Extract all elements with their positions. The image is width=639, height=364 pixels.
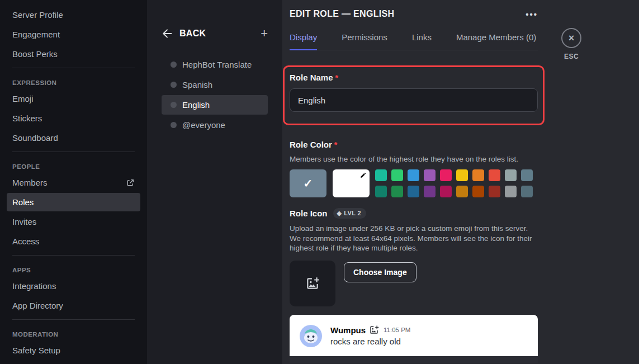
sidebar-divider: [12, 319, 135, 320]
color-swatch[interactable]: [489, 186, 500, 197]
role-preview-card: Wumpus 11:05 PM rocks are really old: [290, 315, 538, 363]
role-list-item-spanish[interactable]: Spanish: [162, 75, 268, 94]
sidebar-item-label: Access: [12, 237, 39, 246]
color-swatch[interactable]: [521, 186, 533, 197]
sidebar-item-roles[interactable]: Roles: [7, 193, 140, 211]
role-icon-upload-box[interactable]: [290, 261, 335, 306]
color-swatch[interactable]: [391, 186, 403, 197]
color-swatch[interactable]: [424, 186, 436, 197]
role-editor: EDIT ROLE — ENGLISH ••• Display Permissi…: [282, 0, 639, 364]
back-arrow-icon[interactable]: [162, 28, 173, 39]
sidebar-section-moderation: MODERATION: [7, 324, 140, 341]
sidebar-item-label: Roles: [12, 197, 34, 207]
sidebar-item-label: Engagement: [12, 30, 60, 39]
sidebar-divider: [12, 255, 135, 256]
esc-label: ESC: [564, 53, 579, 60]
close-button[interactable]: ×: [561, 28, 581, 48]
sidebar-item-emoji[interactable]: Emoji: [7, 89, 140, 108]
close-icon: ×: [569, 32, 575, 44]
preview-message: rocks are really old: [330, 337, 410, 346]
role-icon-label: Role Icon: [290, 209, 328, 218]
color-swatch[interactable]: [375, 186, 387, 197]
image-add-icon: [305, 276, 320, 291]
esc-control: × ESC: [561, 28, 581, 60]
color-swatch[interactable]: [391, 169, 403, 181]
tab-links[interactable]: Links: [412, 32, 432, 50]
color-picker: ✓: [290, 169, 538, 197]
sidebar-item-stickers[interactable]: Stickers: [7, 109, 140, 127]
role-icon-section: Role Icon ◈ LVL 2 Upload an image under …: [290, 208, 538, 306]
page-title: EDIT ROLE — ENGLISH: [290, 9, 394, 19]
color-swatch[interactable]: [505, 169, 517, 181]
role-color-dot: [171, 62, 177, 68]
wumpus-avatar: [300, 325, 322, 347]
color-swatch[interactable]: [408, 186, 419, 197]
custom-color-button[interactable]: [333, 169, 370, 197]
sidebar-section-expression: EXPRESSION: [7, 73, 140, 89]
color-swatch[interactable]: [456, 186, 468, 197]
sidebar-item-audit-log[interactable]: Audit Log: [7, 361, 140, 364]
more-options-icon[interactable]: •••: [526, 10, 538, 19]
boost-gem-icon: ◈: [337, 210, 342, 217]
settings-sidebar: Server Profile Engagement Boost Perks EX…: [0, 0, 147, 364]
check-icon: ✓: [304, 177, 313, 190]
sidebar-item-integrations[interactable]: Integrations: [7, 277, 140, 295]
sidebar-section-apps: APPS: [7, 260, 140, 277]
sidebar-item-label: Members: [12, 178, 48, 187]
role-color-section: Role Color * Members use the color of th…: [290, 140, 538, 197]
sidebar-item-soundboard[interactable]: Soundboard: [7, 129, 140, 147]
selected-color-swatch[interactable]: ✓: [290, 169, 326, 197]
role-name-input[interactable]: [290, 88, 538, 112]
sidebar-item-label: Emoji: [12, 94, 34, 103]
sidebar-item-server-profile[interactable]: Server Profile: [7, 6, 140, 24]
color-swatch[interactable]: [424, 169, 436, 181]
preview-username: Wumpus: [330, 325, 366, 335]
role-list-item-english[interactable]: English: [162, 95, 268, 115]
sidebar-section-people: PEOPLE: [7, 157, 140, 173]
sidebar-item-label: Safety Setup: [12, 346, 60, 355]
role-icon-preview: [369, 325, 379, 335]
tab-permissions[interactable]: Permissions: [342, 32, 387, 50]
role-name: HephBot Translate: [182, 60, 252, 69]
sidebar-item-members[interactable]: Members: [7, 173, 140, 192]
sidebar-item-label: Invites: [12, 217, 36, 226]
tab-manage-members[interactable]: Manage Members (0): [456, 32, 536, 50]
server-settings-window: Server Profile Engagement Boost Perks EX…: [0, 0, 639, 364]
sidebar-item-engagement[interactable]: Engagement: [7, 25, 140, 44]
role-name: English: [182, 100, 210, 110]
required-asterisk: *: [335, 73, 338, 82]
sidebar-item-boost-perks[interactable]: Boost Perks: [7, 45, 140, 63]
sidebar-item-app-directory[interactable]: App Directory: [7, 296, 140, 315]
choose-image-button[interactable]: Choose Image: [344, 262, 416, 282]
role-color-dot: [171, 82, 177, 88]
role-list-item-hephbot-translate[interactable]: HephBot Translate: [162, 55, 268, 74]
sidebar-item-invites[interactable]: Invites: [7, 212, 140, 231]
sidebar-item-label: Integrations: [12, 281, 56, 291]
roles-panel-header: BACK +: [162, 28, 268, 39]
color-swatch[interactable]: [440, 169, 452, 181]
color-swatch[interactable]: [472, 169, 484, 181]
sidebar-item-access[interactable]: Access: [7, 232, 140, 250]
color-swatch[interactable]: [408, 169, 419, 181]
pencil-icon: [359, 172, 367, 179]
add-role-button[interactable]: +: [261, 28, 268, 39]
role-color-dot: [171, 122, 177, 128]
color-swatch[interactable]: [521, 169, 533, 181]
role-color-dot: [171, 102, 177, 108]
role-list-item-everyone[interactable]: @everyone: [162, 115, 268, 135]
roles-list-panel: BACK + HephBot Translate Spanish English…: [147, 0, 282, 364]
sidebar-divider: [12, 152, 135, 152]
color-swatch[interactable]: [472, 186, 484, 197]
color-swatch[interactable]: [505, 186, 517, 197]
tab-display[interactable]: Display: [290, 32, 317, 50]
sidebar-item-label: Stickers: [12, 114, 42, 123]
color-swatch[interactable]: [440, 186, 452, 197]
sidebar-item-label: Server Profile: [12, 10, 63, 20]
sidebar-item-safety-setup[interactable]: Safety Setup: [7, 341, 140, 360]
color-swatch[interactable]: [456, 169, 468, 181]
role-color-label: Role Color *: [290, 140, 538, 149]
back-button[interactable]: BACK: [179, 29, 206, 39]
sidebar-item-label: App Directory: [12, 301, 63, 310]
color-swatch[interactable]: [489, 169, 500, 181]
color-swatch[interactable]: [375, 169, 387, 181]
